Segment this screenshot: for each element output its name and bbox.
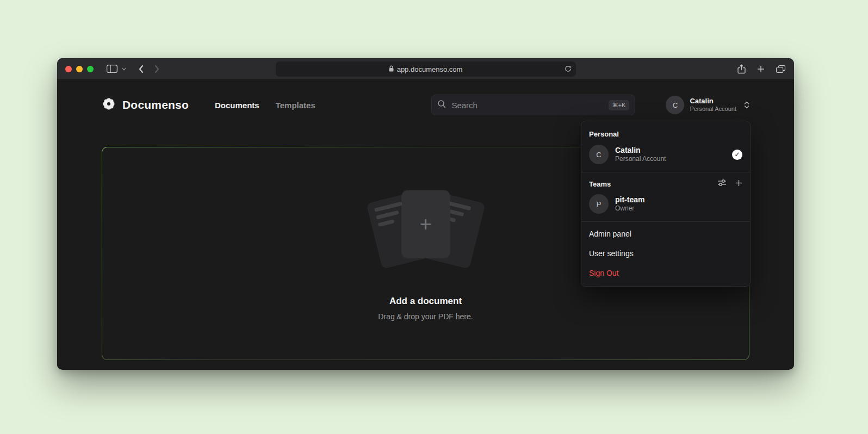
add-team-icon[interactable]	[735, 179, 742, 189]
back-icon[interactable]	[138, 65, 144, 73]
dropzone-title: Add a document	[389, 296, 462, 307]
selected-check-icon: ✓	[732, 150, 742, 160]
browser-toolbar: app.documenso.com	[57, 58, 794, 80]
lock-icon	[389, 65, 394, 73]
menu-divider	[581, 221, 750, 222]
traffic-lights	[65, 66, 94, 72]
close-window-button[interactable]	[65, 66, 72, 72]
search-shortcut-badge: ⌘+K	[609, 100, 630, 110]
nav-item-templates[interactable]: Templates	[276, 101, 315, 110]
search-input[interactable]	[450, 100, 604, 110]
document-cards-illustration: +	[350, 186, 502, 277]
personal-account-type: Personal Account	[615, 155, 666, 164]
plus-icon: +	[419, 214, 431, 234]
search-icon	[437, 100, 446, 110]
dropzone-subtitle: Drag & drop your PDF here.	[378, 312, 473, 321]
new-tab-icon[interactable]	[757, 65, 765, 73]
zoom-window-button[interactable]	[87, 66, 94, 72]
menu-section-personal: Personal	[581, 125, 750, 142]
share-icon[interactable]	[737, 64, 746, 74]
team-role: Owner	[615, 204, 644, 213]
avatar: C	[589, 145, 609, 164]
app-page: Documenso Documents Templates ⌘+K C Cata…	[57, 80, 794, 369]
menu-item-user-settings[interactable]: User settings	[581, 244, 750, 263]
personal-account-item[interactable]: C Catalin Personal Account ✓	[581, 142, 750, 171]
main-nav: Documents Templates	[215, 101, 315, 110]
team-item[interactable]: P pit-team Owner	[581, 192, 750, 220]
team-avatar: P	[589, 194, 609, 214]
account-menu-trigger[interactable]: C Catalin Personal Account	[666, 96, 749, 114]
minimize-window-button[interactable]	[76, 66, 83, 72]
tab-overview-icon[interactable]	[776, 65, 785, 73]
personal-account-name: Catalin	[615, 145, 666, 155]
menu-item-sign-out[interactable]: Sign Out	[581, 263, 750, 283]
brand-link[interactable]: Documenso	[102, 97, 189, 114]
documenso-logo-icon	[102, 97, 116, 114]
chevron-up-down-icon	[744, 101, 749, 109]
document-card-center: +	[402, 190, 450, 258]
address-bar[interactable]: app.documenso.com	[276, 61, 576, 77]
browser-window: app.documenso.com	[57, 58, 794, 370]
nav-item-documents[interactable]: Documents	[215, 101, 259, 110]
menu-section-teams: Teams	[581, 175, 750, 192]
search-box[interactable]: ⌘+K	[431, 95, 635, 115]
toolbar-right-controls	[737, 64, 785, 74]
forward-icon[interactable]	[154, 65, 160, 73]
account-name: Catalin	[690, 97, 736, 106]
team-name: pit-team	[615, 195, 644, 204]
url-text: app.documenso.com	[397, 65, 463, 73]
teams-label: Teams	[589, 180, 611, 188]
app-header: Documenso Documents Templates ⌘+K C Cata…	[102, 93, 749, 117]
toolbar-left-controls	[107, 65, 160, 73]
menu-item-admin-panel[interactable]: Admin panel	[581, 224, 750, 244]
sidebar-chevron-down-icon[interactable]	[122, 67, 126, 71]
brand-name: Documenso	[122, 98, 189, 111]
sidebar-toggle-icon[interactable]	[107, 65, 117, 73]
account-type: Personal Account	[690, 106, 736, 113]
reload-icon[interactable]	[565, 65, 572, 74]
avatar: C	[666, 96, 684, 114]
menu-divider	[581, 172, 750, 172]
account-dropdown-menu: Personal C Catalin Personal Account ✓ Te…	[581, 121, 751, 287]
manage-teams-icon[interactable]	[717, 179, 727, 189]
